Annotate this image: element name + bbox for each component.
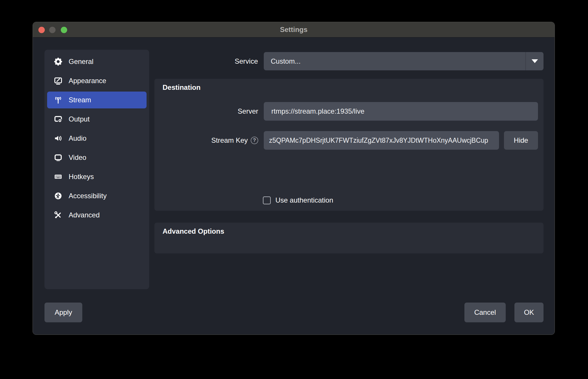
chevron-down-icon [532, 59, 538, 63]
use-authentication-row: Use authentication [263, 194, 333, 206]
advanced-options-section: Advanced Options [154, 223, 544, 253]
sidebar-item-label: Appearance [69, 77, 106, 85]
sidebar-item-label: Video [69, 153, 86, 162]
sidebar-item-label: Hotkeys [69, 173, 94, 181]
help-icon[interactable]: ? [251, 137, 258, 144]
sidebar-item-audio[interactable]: Audio [47, 130, 147, 147]
sidebar-item-label: Advanced [69, 211, 100, 219]
advanced-options-header: Advanced Options [163, 227, 224, 235]
sidebar-item-general[interactable]: General [47, 53, 147, 70]
service-dropdown-arrow-zone[interactable] [525, 52, 544, 70]
service-dropdown[interactable]: Custom... [264, 52, 544, 70]
settings-content: General Appearance [33, 37, 555, 335]
sidebar-item-label: Audio [69, 134, 86, 142]
sidebar-item-label: Accessibility [69, 192, 107, 200]
sidebar-item-stream[interactable]: Stream [47, 92, 147, 108]
sidebar-item-appearance[interactable]: Appearance [47, 72, 147, 89]
keyboard-icon [54, 173, 62, 181]
zoom-window-button[interactable] [61, 27, 67, 33]
sidebar-item-accessibility[interactable]: Accessibility [47, 187, 147, 204]
destination-header: Destination [163, 83, 201, 92]
service-dropdown-value: Custom... [264, 57, 525, 65]
tools-icon [54, 211, 62, 219]
cancel-button[interactable]: Cancel [464, 303, 506, 322]
minimize-window-button [49, 27, 56, 33]
stream-key-value: z5QPAMc7pDHSrjtUK7FWTziufZgZVt87xJv8YJDt… [269, 137, 488, 144]
appearance-icon [54, 77, 62, 85]
sidebar-item-label: General [69, 58, 93, 66]
settings-window: Settings [33, 22, 555, 335]
sidebar-item-label: Stream [69, 96, 91, 104]
sidebar-item-hotkeys[interactable]: Hotkeys [47, 168, 147, 185]
apply-button[interactable]: Apply [44, 303, 82, 322]
stream-key-input[interactable]: z5QPAMc7pDHSrjtUK7FWTziufZgZVt87xJv8YJDt… [264, 131, 499, 150]
speaker-icon [54, 134, 62, 142]
monitor-icon [54, 153, 62, 162]
ok-button[interactable]: OK [514, 303, 544, 322]
camera-icon [54, 115, 62, 123]
window-title: Settings [280, 26, 308, 34]
sidebar-item-advanced[interactable]: Advanced [47, 207, 147, 224]
accessibility-icon [54, 192, 62, 200]
server-input-value: rtmps://stream.place:1935/live [271, 107, 364, 115]
close-window-button[interactable] [38, 27, 45, 33]
server-label: Server [154, 102, 258, 121]
sidebar-item-output[interactable]: Output [47, 111, 147, 128]
destination-section: Destination Server rtmps://stream.place:… [154, 79, 544, 211]
use-authentication-checkbox[interactable] [263, 196, 271, 204]
sidebar-item-video[interactable]: Video [47, 149, 147, 166]
service-label: Service [178, 52, 258, 70]
hide-stream-key-button[interactable]: Hide [504, 131, 538, 150]
use-authentication-label: Use authentication [275, 196, 333, 204]
sidebar-item-label: Output [69, 115, 90, 123]
server-input[interactable]: rtmps://stream.place:1935/live [264, 102, 538, 121]
gear-icon [54, 58, 62, 66]
stream-key-label-row: Stream Key ? [154, 131, 258, 150]
settings-sidebar: General Appearance [44, 50, 149, 289]
stream-key-label: Stream Key [211, 136, 248, 144]
titlebar: Settings [33, 22, 555, 37]
antenna-icon [54, 96, 62, 104]
